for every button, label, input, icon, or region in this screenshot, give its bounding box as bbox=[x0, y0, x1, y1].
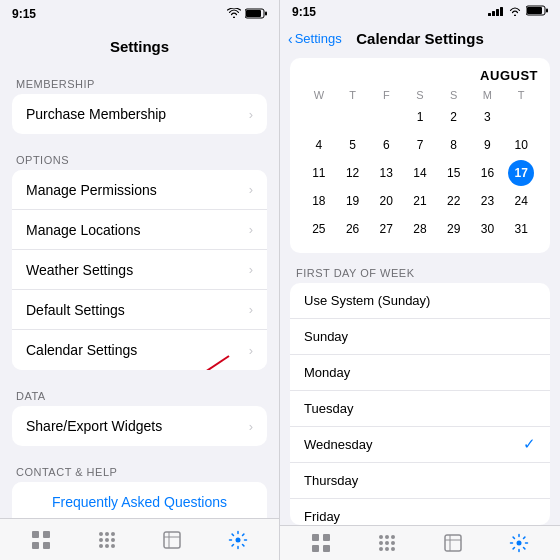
section-header-membership: MEMBERSHIP bbox=[0, 68, 279, 94]
cal-day-18[interactable]: 18 bbox=[306, 188, 332, 214]
item-default-settings[interactable]: Default Settings › bbox=[12, 290, 267, 330]
item-calendar-settings-label: Calendar Settings bbox=[26, 342, 137, 358]
fdow-wednesday[interactable]: Wednesday ✓ bbox=[290, 427, 550, 463]
svg-point-17 bbox=[111, 544, 115, 548]
fdow-header: FIRST DAY OF WEEK bbox=[280, 261, 560, 283]
svg-rect-23 bbox=[500, 7, 503, 16]
cal-day-17[interactable]: 17 bbox=[508, 160, 534, 186]
right-tab-grid1[interactable] bbox=[288, 533, 354, 553]
cal-day-16[interactable]: 16 bbox=[474, 160, 500, 186]
item-calendar-settings[interactable]: Calendar Settings › bbox=[12, 330, 267, 370]
cal-day-30[interactable]: 30 bbox=[474, 216, 500, 242]
right-tab-settings[interactable] bbox=[486, 533, 552, 553]
svg-point-38 bbox=[385, 547, 389, 551]
cal-day-21[interactable]: 21 bbox=[407, 188, 433, 214]
fdow-monday[interactable]: Monday bbox=[290, 355, 550, 391]
checkmark-icon: ✓ bbox=[523, 435, 536, 453]
chevron-icon: › bbox=[249, 419, 253, 434]
cal-day-11[interactable]: 11 bbox=[306, 160, 332, 186]
item-purchase-membership-label: Purchase Membership bbox=[26, 106, 166, 122]
cal-day-10[interactable]: 10 bbox=[508, 132, 534, 158]
item-faq[interactable]: Frequently Asked Questions bbox=[12, 482, 267, 518]
left-nav-title: Settings bbox=[110, 38, 169, 55]
cal-day-4[interactable]: 4 bbox=[306, 132, 332, 158]
right-panel: 9:15 ‹ Settings Calendar Settings AUGUST… bbox=[280, 0, 560, 560]
item-weather-settings[interactable]: Weather Settings › bbox=[12, 250, 267, 290]
item-share-export[interactable]: Share/Export Widgets › bbox=[12, 406, 267, 446]
cal-day-24[interactable]: 24 bbox=[508, 188, 534, 214]
chevron-icon: › bbox=[249, 302, 253, 317]
svg-rect-1 bbox=[246, 10, 261, 17]
cal-day-29[interactable]: 29 bbox=[441, 216, 467, 242]
back-chevron-icon: ‹ bbox=[288, 31, 293, 47]
right-tab-square[interactable] bbox=[420, 533, 486, 553]
svg-point-37 bbox=[379, 547, 383, 551]
cal-day-31[interactable]: 31 bbox=[508, 216, 534, 242]
fdow-thursday[interactable]: Thursday bbox=[290, 463, 550, 499]
left-settings-list[interactable]: MEMBERSHIP Purchase Membership › OPTIONS… bbox=[0, 64, 279, 518]
chevron-icon: › bbox=[249, 262, 253, 277]
col-t2: T bbox=[504, 87, 538, 103]
col-s1: S bbox=[403, 87, 437, 103]
svg-rect-7 bbox=[32, 542, 39, 549]
cal-day-8[interactable]: 8 bbox=[441, 132, 467, 158]
cal-day-23[interactable]: 23 bbox=[474, 188, 500, 214]
svg-point-16 bbox=[105, 544, 109, 548]
svg-point-10 bbox=[105, 532, 109, 536]
cal-day-27[interactable]: 27 bbox=[373, 216, 399, 242]
item-manage-permissions[interactable]: Manage Permissions › bbox=[12, 170, 267, 210]
item-manage-permissions-label: Manage Permissions bbox=[26, 182, 157, 198]
tab-grid1[interactable] bbox=[8, 530, 74, 550]
fdow-sunday[interactable]: Sunday bbox=[290, 319, 550, 355]
fdow-tuesday[interactable]: Tuesday bbox=[290, 391, 550, 427]
cal-day-9[interactable]: 9 bbox=[474, 132, 500, 158]
cal-day-19[interactable]: 19 bbox=[340, 188, 366, 214]
cal-day-22[interactable]: 22 bbox=[441, 188, 467, 214]
cal-day-13[interactable]: 13 bbox=[373, 160, 399, 186]
item-purchase-membership[interactable]: Purchase Membership › bbox=[12, 94, 267, 134]
tab-square[interactable] bbox=[140, 530, 206, 550]
tab-settings[interactable] bbox=[205, 530, 271, 550]
group-options: Manage Permissions › Manage Locations › … bbox=[12, 170, 267, 370]
col-s2: S bbox=[437, 87, 471, 103]
chevron-icon: › bbox=[249, 182, 253, 197]
right-tab-dots[interactable] bbox=[354, 533, 420, 553]
fdow-monday-label: Monday bbox=[304, 365, 350, 380]
cal-day-1[interactable]: 1 bbox=[407, 104, 433, 130]
cal-day-3[interactable]: 3 bbox=[474, 104, 500, 130]
fdow-system[interactable]: Use System (Sunday) bbox=[290, 283, 550, 319]
section-header-contact: CONTACT & HELP bbox=[0, 456, 279, 482]
left-status-bar: 9:15 bbox=[0, 0, 279, 28]
cal-day-20[interactable]: 20 bbox=[373, 188, 399, 214]
cal-day-28[interactable]: 28 bbox=[407, 216, 433, 242]
cal-day-25[interactable]: 25 bbox=[306, 216, 332, 242]
cal-day-6[interactable]: 6 bbox=[373, 132, 399, 158]
fdow-friday[interactable]: Friday bbox=[290, 499, 550, 525]
chevron-icon: › bbox=[249, 222, 253, 237]
tab-dots[interactable] bbox=[74, 530, 140, 550]
back-button[interactable]: ‹ Settings bbox=[288, 31, 342, 47]
svg-rect-8 bbox=[43, 542, 50, 549]
chevron-icon: › bbox=[249, 107, 253, 122]
svg-rect-5 bbox=[32, 531, 39, 538]
item-manage-locations[interactable]: Manage Locations › bbox=[12, 210, 267, 250]
battery-icon bbox=[245, 8, 267, 21]
item-faq-label: Frequently Asked Questions bbox=[52, 494, 227, 510]
cal-day-26[interactable]: 26 bbox=[340, 216, 366, 242]
cal-day-2[interactable]: 2 bbox=[441, 104, 467, 130]
cal-day-12[interactable]: 12 bbox=[340, 160, 366, 186]
cal-day-7[interactable]: 7 bbox=[407, 132, 433, 158]
calendar-container: AUGUST W T F S S M T 1 2 3 4 5 6 7 8 9 bbox=[290, 58, 550, 253]
svg-point-9 bbox=[99, 532, 103, 536]
svg-line-3 bbox=[199, 356, 229, 370]
cal-day-15[interactable]: 15 bbox=[441, 160, 467, 186]
svg-point-36 bbox=[391, 541, 395, 545]
cal-day-14[interactable]: 14 bbox=[407, 160, 433, 186]
svg-rect-2 bbox=[265, 11, 267, 15]
svg-rect-25 bbox=[527, 7, 542, 14]
fdow-friday-label: Friday bbox=[304, 509, 340, 524]
right-status-bar: 9:15 bbox=[280, 0, 560, 24]
svg-rect-29 bbox=[312, 545, 319, 552]
svg-rect-27 bbox=[312, 534, 319, 541]
cal-day-5[interactable]: 5 bbox=[340, 132, 366, 158]
